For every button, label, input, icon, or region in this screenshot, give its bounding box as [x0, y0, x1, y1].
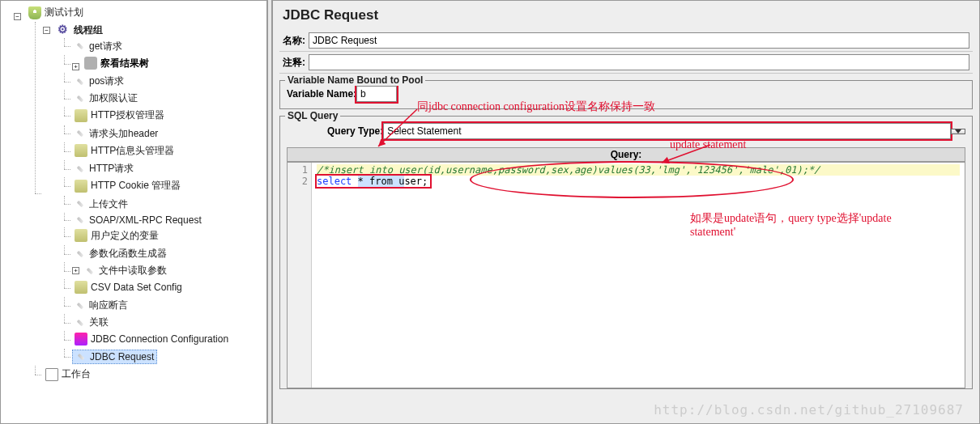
- sampler-icon: [87, 267, 93, 273]
- tree-workbench[interactable]: 工作台: [43, 367, 93, 382]
- tree-soap[interactable]: SOAP/XML-RPC Request: [72, 214, 204, 227]
- variable-name-label: Variable Name:: [287, 88, 356, 100]
- chevron-down-icon[interactable]: [951, 129, 965, 134]
- tree-toggle[interactable]: +: [72, 63, 79, 70]
- variable-name-legend: Variable Name Bound to Pool: [285, 74, 425, 86]
- tree-toggle[interactable]: −: [43, 27, 50, 34]
- sampler-icon: [77, 250, 83, 257]
- sampler-icon: [77, 130, 83, 137]
- variable-name-fieldset: Variable Name Bound to Pool Variable Nam…: [279, 80, 973, 109]
- tree-toggle[interactable]: −: [14, 13, 21, 20]
- tree-user-var[interactable]: 用户定义的变量: [72, 228, 161, 244]
- code-body[interactable]: /*insert into user(id,username,password,…: [312, 163, 965, 388]
- sampler-icon: [77, 319, 83, 325]
- query-type-value: Select Statement: [383, 123, 951, 139]
- tree-get-request[interactable]: get请求: [72, 39, 125, 54]
- tree-jdbc-conn[interactable]: JDBC Connection Configuration: [72, 332, 231, 346]
- tree-header[interactable]: 请求头加header: [72, 126, 160, 142]
- tree-correlate[interactable]: 关联: [72, 315, 111, 330]
- tree-view-results[interactable]: 察看结果树: [82, 56, 151, 71]
- tree-http-request[interactable]: HTTP请求: [72, 161, 136, 176]
- sampler-icon: [77, 95, 83, 101]
- workbench-icon: [45, 368, 58, 381]
- config-icon: [75, 144, 87, 157]
- flask-icon: [28, 6, 41, 19]
- tree-upload[interactable]: 上传文件: [72, 197, 130, 212]
- config-icon: [75, 180, 87, 193]
- code-line-1: /*insert into user(id,username,password,…: [317, 164, 960, 176]
- sampler-icon: [77, 165, 83, 172]
- tree-label: 测试计划: [45, 6, 83, 19]
- tree-csv[interactable]: CSV Data Set Config: [72, 280, 185, 295]
- jdbc-icon: [75, 333, 87, 346]
- query-code-area[interactable]: 12 /*insert into user(id,username,passwo…: [287, 162, 965, 388]
- tree-auth[interactable]: 加权限认证: [72, 91, 140, 106]
- tree-root-test-plan[interactable]: 测试计划: [26, 5, 86, 20]
- comment-input[interactable]: [309, 54, 969, 70]
- name-row: 名称:: [279, 30, 973, 52]
- sampler-icon: [77, 216, 83, 223]
- tree-assert[interactable]: 响应断言: [72, 298, 130, 313]
- sampler-icon: [77, 302, 83, 308]
- sampler-icon: [77, 78, 83, 84]
- query-type-label: Query Type:: [327, 125, 383, 137]
- code-gutter: 12: [288, 163, 312, 388]
- tree-thread-group[interactable]: ⚙ 线程组: [55, 23, 105, 38]
- thread-group-icon: ⚙: [58, 23, 70, 36]
- editor-title: JDBC Request: [279, 4, 973, 30]
- results-icon: [84, 57, 97, 70]
- code-line-2: select * from user;: [317, 176, 430, 187]
- tree-header-mgr[interactable]: HTTP信息头管理器: [72, 143, 177, 159]
- comment-row: 注释:: [279, 52, 973, 74]
- config-icon: [75, 109, 87, 122]
- query-column-header: Query:: [287, 147, 965, 162]
- query-type-combo[interactable]: Select Statement: [383, 123, 951, 139]
- config-icon: [75, 229, 87, 242]
- sampler-icon: [77, 43, 83, 49]
- tree-file-read[interactable]: 文件中读取参数: [82, 263, 169, 278]
- tree-param-gen[interactable]: 参数化函数生成器: [72, 246, 169, 261]
- tree-jdbc-request[interactable]: JDBC Request: [72, 350, 157, 364]
- tree-pos-request[interactable]: pos请求: [72, 74, 126, 89]
- tree-panel: − 测试计划 − ⚙ 线程组 get请求 +察看结果树: [0, 0, 267, 424]
- tree-http-auth-mgr[interactable]: HTTP授权管理器: [72, 108, 167, 123]
- sampler-icon: [77, 201, 83, 207]
- sql-query-fieldset: SQL Query Query Type: Select Statement Q…: [279, 116, 973, 389]
- watermark: http://blog.csdn.net/github_27109687: [654, 402, 964, 418]
- tree-label: 线程组: [74, 23, 103, 37]
- variable-name-input[interactable]: [356, 86, 397, 102]
- editor-panel: JDBC Request 名称: 注释: Variable Name Bound…: [272, 0, 980, 424]
- sql-query-legend: SQL Query: [285, 110, 340, 121]
- name-input[interactable]: [309, 32, 969, 49]
- tree-cookie-mgr[interactable]: HTTP Cookie 管理器: [72, 178, 183, 193]
- config-icon: [75, 281, 87, 294]
- name-label: 名称:: [283, 34, 305, 48]
- sampler-icon: [78, 354, 84, 360]
- comment-label: 注释:: [283, 56, 305, 70]
- tree-toggle[interactable]: +: [72, 267, 79, 274]
